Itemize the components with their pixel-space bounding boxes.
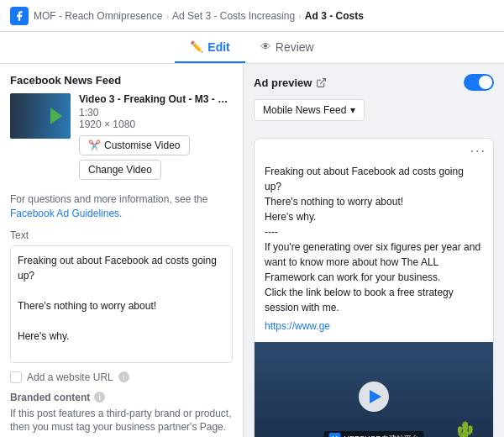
right-panel: Ad preview Mobile News Feed ▾ ··· Freaki… bbox=[244, 64, 504, 437]
tab-review[interactable]: 👁 Review bbox=[245, 32, 329, 63]
breadcrumb-item-3: Ad 3 - Costs bbox=[305, 10, 364, 22]
add-url-label: Add a website URL bbox=[27, 371, 113, 383]
ueeshop-logo-icon: U bbox=[328, 433, 340, 437]
breadcrumb: MOF - Reach Omnipresence › Ad Set 3 - Co… bbox=[34, 10, 364, 22]
play-button[interactable] bbox=[359, 382, 389, 412]
fb-logo bbox=[10, 7, 29, 25]
ad-card-link[interactable]: https://www.ge bbox=[265, 320, 330, 332]
main-content: Facebook News Feed Video 3 - Freaking Ou… bbox=[0, 64, 504, 437]
branded-content-label: Branded content i bbox=[10, 392, 233, 403]
ad-preview-toggle[interactable] bbox=[464, 74, 494, 91]
ad-card-menu: ··· bbox=[255, 139, 493, 164]
branded-content-section: Branded content i If this post features … bbox=[10, 392, 233, 437]
ad-card-body-text: Freaking out about Facebook ad costs goi… bbox=[255, 164, 493, 342]
ad-preview-header: Ad preview bbox=[254, 74, 494, 91]
text-section: Text Freaking out about Facebook ad cost… bbox=[10, 229, 233, 363]
video-duration: 1:30 bbox=[79, 107, 233, 118]
video-title: Video 3 - Freaking Out - M3 - Sire... bbox=[79, 93, 230, 105]
video-thumb-image bbox=[10, 93, 71, 139]
video-row: Video 3 - Freaking Out - M3 - Sire... 1:… bbox=[10, 93, 233, 184]
branded-content-info-icon[interactable]: i bbox=[94, 392, 105, 403]
video-thumbnail bbox=[10, 93, 71, 139]
change-video-button[interactable]: Change Video bbox=[79, 160, 161, 180]
ad-video-logo-overlay: U UEESHOP自建站平台 bbox=[323, 431, 423, 437]
left-panel: Facebook News Feed Video 3 - Freaking Ou… bbox=[0, 64, 244, 437]
ad-guidelines-link[interactable]: Facebook Ad Guidelines bbox=[10, 208, 119, 219]
ad-preview-label: Ad preview bbox=[254, 76, 327, 89]
breadcrumb-sep-1: › bbox=[165, 11, 169, 21]
branded-content-desc: If this post features a third-party bran… bbox=[10, 407, 233, 437]
cactus-icon: 🌵 bbox=[454, 421, 476, 437]
video-dimensions: 1920 × 1080 bbox=[79, 118, 233, 130]
external-link-icon[interactable] bbox=[316, 77, 327, 88]
tab-bar: ✏️ Edit 👁 Review bbox=[0, 32, 504, 64]
breadcrumb-sep-2: › bbox=[298, 11, 302, 21]
ad-text-content[interactable]: Freaking out about Facebook ad costs goi… bbox=[10, 245, 233, 363]
tab-edit[interactable]: ✏️ Edit bbox=[175, 32, 244, 63]
text-label: Text bbox=[10, 229, 233, 241]
video-info: Video 3 - Freaking Out - M3 - Sire... 1:… bbox=[79, 93, 233, 184]
customise-video-button[interactable]: ✂️ Customise Video bbox=[79, 135, 190, 155]
video-person-overlay bbox=[10, 93, 71, 139]
ad-preview-toggle-wrap bbox=[464, 74, 494, 91]
placement-selector[interactable]: Mobile News Feed ▾ bbox=[254, 99, 365, 121]
customise-icon: ✂️ bbox=[88, 140, 101, 151]
edit-icon: ✏️ bbox=[190, 40, 203, 53]
add-url-info-icon[interactable]: i bbox=[118, 371, 129, 382]
top-bar: MOF - Reach Omnipresence › Ad Set 3 - Co… bbox=[0, 0, 504, 32]
more-options-icon[interactable]: ··· bbox=[470, 144, 486, 159]
fb-preview-section: Facebook News Feed Video 3 - Freaking Ou… bbox=[10, 74, 233, 221]
breadcrumb-item-2[interactable]: Ad Set 3 - Costs Increasing bbox=[172, 10, 295, 22]
add-url-checkbox[interactable] bbox=[10, 371, 22, 383]
chevron-down-icon: ▾ bbox=[350, 104, 355, 116]
ad-guidelines-info: For questions and more information, see … bbox=[10, 192, 233, 221]
add-url-row: Add a website URL i bbox=[10, 371, 233, 383]
breadcrumb-item-1[interactable]: MOF - Reach Omnipresence bbox=[34, 10, 162, 22]
review-icon: 👁 bbox=[260, 40, 271, 53]
fb-section-label: Facebook News Feed bbox=[10, 74, 233, 87]
ad-video-preview: 🌵 U UEESHOP自建站平台 bbox=[255, 342, 493, 437]
ad-preview-card: ··· Freaking out about Facebook ad costs… bbox=[254, 138, 494, 437]
